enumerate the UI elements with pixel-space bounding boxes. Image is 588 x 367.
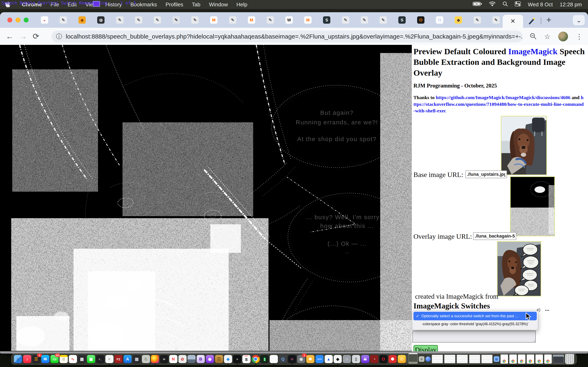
blue-doc-small-dock-icon[interactable]: ▤ [494, 356, 499, 362]
forward-icon[interactable]: → [19, 32, 27, 41]
reload-icon[interactable]: ⟳ [33, 32, 39, 41]
chrome-doc-3-dock-icon[interactable] [518, 354, 526, 364]
min-window-1-dock-icon[interactable] [432, 355, 443, 364]
palette-app-dock-icon[interactable]: ✱ [306, 355, 314, 363]
figure-small-dock-icon[interactable]: ♟ [419, 356, 424, 362]
dropdown-selected-option[interactable]: ✓ Optionally select a successful switch … [414, 312, 537, 320]
skull-app-dock-icon[interactable]: ☠ [361, 355, 369, 363]
stocks-chart-dock-icon[interactable]: ∿ [69, 355, 77, 363]
chrome-doc-4-dock-icon[interactable] [527, 354, 534, 364]
finder-dock-icon[interactable]: ☺ [14, 355, 22, 363]
blue-ball-dock-icon[interactable] [425, 356, 431, 362]
m-orange-favicon[interactable]: M [248, 16, 255, 24]
nomachine-dock-icon[interactable]: ⊘ [178, 355, 187, 363]
active-tab[interactable]: ✕ [503, 15, 523, 28]
quill-favicon[interactable]: ✎ [474, 16, 481, 24]
chrome-doc-5-dock-icon[interactable] [535, 354, 543, 364]
calendar-dock-icon[interactable]: OCT8 [242, 355, 251, 363]
spotlight-search-icon[interactable] [502, 1, 508, 8]
wikipedia-favicon[interactable]: W [285, 16, 293, 24]
lightbulb-app-dock-icon[interactable]: ☉ [398, 355, 406, 363]
opera-dock-icon[interactable]: O [379, 355, 388, 363]
zoom-out-icon[interactable] [530, 33, 536, 40]
filezilla-dock-icon[interactable]: FZ [114, 355, 122, 363]
orange-shield-favicon[interactable]: ◈ [78, 16, 86, 24]
site-info-icon[interactable]: ⓘ [56, 33, 62, 41]
quill-favicon[interactable]: ✎ [342, 16, 349, 24]
min-window-5-dock-icon[interactable] [481, 355, 493, 364]
tab-close-icon[interactable]: ✕ [510, 18, 515, 24]
textedit-dock-icon[interactable]: ≡ [105, 355, 113, 363]
dark-ring-favicon[interactable]: ◍ [97, 16, 104, 24]
m-orange-favicon[interactable]: M [210, 16, 217, 24]
menu-window[interactable]: Window [209, 1, 228, 8]
kebab-menu-icon[interactable]: ⋮ [576, 33, 583, 41]
terminal-green-dock-icon[interactable]: ▮ [260, 355, 269, 363]
dropdown-option-switches[interactable]: -colorspace gray -color-threshold 'gray(… [412, 322, 538, 326]
terminal-dark-dock-icon[interactable]: > [233, 355, 241, 363]
imagemagick-link[interactable]: ImageMagick [508, 47, 557, 56]
reminders-dock-icon[interactable]: ☰1 [32, 355, 40, 363]
safari-dock-icon[interactable]: ◈ [224, 355, 232, 363]
iphone-mirroring-dock-icon[interactable]: ▯ [352, 355, 360, 363]
wifi-icon[interactable] [489, 1, 495, 8]
b-app-dock-icon[interactable]: B [197, 355, 205, 363]
launchpad-dock-icon[interactable]: ▦ [78, 355, 86, 363]
s-dark-favicon[interactable]: S [398, 16, 406, 24]
intellij-dock-icon[interactable]: IJ [288, 355, 296, 363]
m-orange-favicon[interactable]: M [304, 16, 311, 24]
overlay-image-input[interactable] [473, 232, 516, 240]
tooth-app-dock-icon[interactable]: ∩ [343, 355, 351, 363]
url-text[interactable]: localhost:8888/speech_bubble_overlays.ph… [66, 33, 523, 40]
control-center-icon[interactable] [515, 1, 521, 8]
menubar-time[interactable]: 12:28 pm [560, 1, 582, 8]
menubar-date[interactable]: Wed 8 Oct [528, 1, 553, 8]
quill-favicon[interactable]: ✎ [191, 16, 199, 24]
profile-avatar[interactable] [558, 32, 568, 42]
speedometer-app-dock-icon[interactable]: ◔ [370, 355, 378, 363]
github-link[interactable]: https://github.com/ImageMagick/ImageMagi… [436, 95, 570, 100]
messages-dock-icon[interactable]: ▭202 [51, 355, 59, 363]
menu-help[interactable]: Help [236, 1, 247, 8]
preview-shot-dock-icon[interactable] [187, 355, 196, 363]
zoom-window-button[interactable] [24, 17, 29, 22]
quicktime-dock-icon[interactable]: Q [279, 355, 287, 363]
quill-favicon[interactable]: ✎ [60, 16, 67, 24]
quill-favicon[interactable]: ✎ [380, 16, 387, 24]
music-dock-icon[interactable]: ♪ [23, 355, 31, 363]
earth-app-dock-icon[interactable]: ▲ [325, 355, 333, 363]
cards-app-dock-icon[interactable]: ⚉ [389, 355, 397, 363]
doc-preview-tall-dock-icon[interactable] [408, 353, 418, 365]
o-dark-favicon[interactable]: O [417, 16, 424, 24]
quill-favicon[interactable]: ✎ [493, 16, 500, 24]
new-tab-button[interactable]: + [544, 15, 554, 25]
trash-dock-icon[interactable] [565, 354, 574, 364]
chrome-doc-6-dock-icon[interactable] [544, 354, 552, 364]
menu-profiles[interactable]: Profiles [165, 1, 183, 8]
photo-thumb-dock-icon[interactable] [553, 355, 564, 364]
quill-favicon[interactable]: ✎ [135, 16, 142, 24]
mail-dock-icon[interactable]: ✉ [41, 355, 49, 363]
back-icon[interactable]: ← [6, 32, 13, 41]
min-window-3-dock-icon[interactable] [457, 355, 468, 364]
firefox-dock-icon[interactable] [151, 355, 159, 363]
inkscape-dock-icon[interactable]: ◆ [334, 355, 342, 363]
figure-gray-dock-icon[interactable]: ♘ [142, 355, 150, 363]
phone-keypad-dock-icon[interactable]: ▦ [133, 355, 141, 363]
s-dark-favicon[interactable]: S [323, 16, 330, 24]
minimize-window-button[interactable] [16, 17, 20, 22]
customize-chrome-wand-icon[interactable] [528, 17, 537, 25]
camera-app-dock-icon[interactable]: ◉1 [297, 355, 305, 363]
quill-favicon[interactable]: ✎ [116, 16, 123, 24]
switches-textarea[interactable] [412, 331, 536, 342]
base-image-input[interactable] [465, 170, 507, 178]
menu-tab[interactable]: Tab [192, 1, 200, 8]
facetime-dock-icon[interactable]: ▣ [87, 355, 95, 363]
quill-favicon[interactable]: ✎ [229, 16, 236, 24]
battery-icon[interactable] [473, 1, 482, 8]
display-button[interactable]: Display [414, 345, 438, 351]
chrome-doc-1-dock-icon[interactable] [501, 354, 508, 364]
yellow-shield-favicon[interactable]: ◆ [455, 16, 462, 24]
blank-doc-dock-icon[interactable] [270, 355, 278, 363]
zoom-dock-icon[interactable]: zoom [315, 355, 324, 363]
